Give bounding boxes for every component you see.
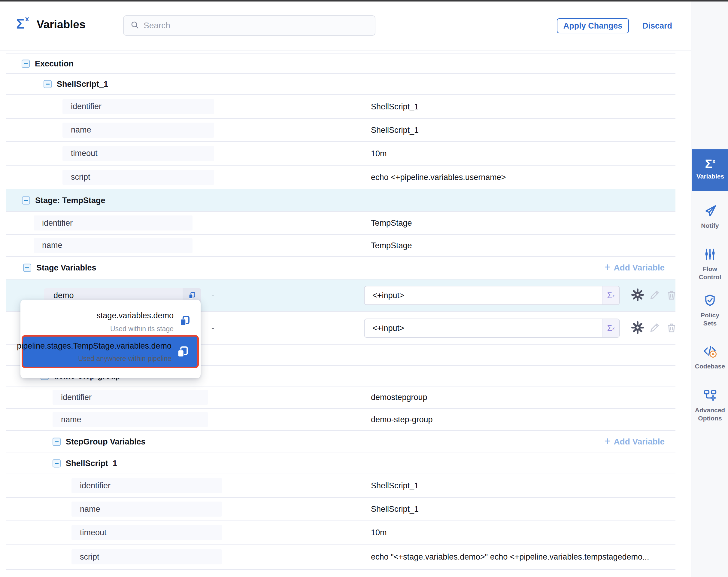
- field-name: script: [62, 170, 214, 185]
- sidebar-item-notify[interactable]: Notify: [692, 203, 728, 230]
- row-field-name: name demo-step-group: [6, 409, 675, 431]
- sidebar-item-codebase[interactable]: Codebase: [692, 344, 728, 370]
- row-shellscript1-nested: ShellScript_1: [6, 453, 675, 474]
- variable-scope-text: Used anywhere within pipeline: [78, 355, 172, 363]
- field-name: identifier: [53, 390, 208, 405]
- field-value: 10m: [371, 528, 387, 537]
- section-label: Execution: [35, 59, 74, 69]
- row-stage-tempstage: Stage: TempStage: [6, 189, 675, 212]
- copy-icon: [178, 315, 191, 327]
- row-partial: [6, 570, 675, 577]
- field-value: ShellScript_1: [371, 481, 419, 491]
- row-stage-variables: Stage Variables + Add Variable: [6, 257, 675, 279]
- variable-path-text: pipeline.stages.TempStage.variables.demo: [17, 342, 172, 351]
- field-value: echo "<+stage.variables.demo>" echo <+pi…: [371, 552, 649, 562]
- field-value: TempStage: [371, 219, 412, 228]
- sidebar-item-advanced-options[interactable]: AdvancedOptions: [692, 388, 728, 422]
- plus-icon: +: [604, 436, 610, 447]
- section-label: Stage Variables: [36, 263, 97, 273]
- row-field-name: name TempStage: [6, 235, 675, 257]
- collapse-icon[interactable]: [22, 60, 30, 68]
- search-placeholder: Search: [144, 21, 170, 30]
- collapse-icon[interactable]: [44, 80, 52, 89]
- row-field-script: script echo "<+stage.variables.demo>" ec…: [6, 545, 675, 570]
- section-label: StepGroup Variables: [66, 437, 146, 447]
- search-icon: [130, 20, 139, 31]
- row-field-identifier: identifier demostepgroup: [6, 386, 675, 409]
- right-sidebar: Σx Variables Notify FlowControl PolicySe…: [691, 1, 728, 577]
- field-name: identifier: [62, 99, 214, 114]
- variable-value-input[interactable]: <+input> Σx: [364, 286, 620, 305]
- field-name: identifier: [34, 216, 192, 230]
- variable-scope-text: Used within its stage: [110, 325, 174, 333]
- row-field-timeout: timeout 10m: [6, 521, 675, 545]
- copy-path-button[interactable]: [178, 315, 191, 328]
- panel-header: Σx Variables Search Apply Changes Discar…: [0, 1, 691, 50]
- field-name: name: [34, 238, 192, 253]
- collapse-icon[interactable]: [23, 264, 31, 272]
- expression-toggle-icon[interactable]: Σx: [602, 286, 619, 304]
- pencil-icon: [649, 322, 661, 333]
- copy-path-button[interactable]: [176, 345, 189, 360]
- field-name: script: [72, 549, 222, 565]
- field-name: name: [62, 123, 214, 137]
- variable-delete-button[interactable]: [666, 322, 678, 335]
- field-value: ShellScript_1: [371, 505, 419, 514]
- trash-icon: [666, 289, 678, 301]
- expression-toggle-icon[interactable]: Σx: [602, 319, 619, 337]
- field-name: name: [72, 502, 222, 517]
- paper-plane-icon: [703, 203, 717, 219]
- row-stepgroup-variables: StepGroup Variables + Add Variable: [6, 431, 675, 453]
- sidebar-item-variables[interactable]: Σx Variables: [692, 149, 728, 191]
- variable-path-text: stage.variables.demo: [97, 311, 174, 320]
- page-title: Variables: [37, 18, 85, 31]
- row-field-identifier: identifier ShellScript_1: [6, 95, 675, 119]
- shield-check-icon: [703, 294, 717, 309]
- row-shellscript1: ShellScript_1: [6, 74, 675, 95]
- pencil-icon: [649, 289, 661, 301]
- variable-name: demo: [44, 291, 183, 300]
- copy-icon: [188, 291, 196, 300]
- sidebar-item-flow-control[interactable]: FlowControl: [692, 247, 728, 281]
- variable-settings-button[interactable]: [631, 321, 645, 336]
- collapse-icon[interactable]: [53, 438, 61, 446]
- section-label: Stage: TempStage: [35, 196, 105, 205]
- sidebar-item-policy-sets[interactable]: PolicySets: [692, 294, 728, 327]
- variables-sigma-logo-icon: Σx: [16, 15, 29, 31]
- field-value: demo-step-group: [371, 415, 433, 424]
- add-variable-button[interactable]: + Add Variable: [604, 263, 665, 273]
- field-value: demostepgroup: [371, 393, 427, 402]
- apply-changes-button[interactable]: Apply Changes: [557, 18, 629, 33]
- variable-delete-button[interactable]: [666, 289, 678, 302]
- variable-edit-button[interactable]: [649, 322, 661, 335]
- variables-panel: Σx Variables Search Apply Changes Discar…: [0, 0, 728, 577]
- plus-icon: +: [604, 262, 610, 273]
- section-label: ShellScript_1: [57, 80, 108, 89]
- field-value: ShellScript_1: [371, 125, 419, 135]
- variable-required-dash: -: [211, 291, 214, 300]
- variable-settings-button[interactable]: [631, 288, 645, 303]
- variable-value-input[interactable]: <+input> Σx: [364, 319, 620, 338]
- variable-path-popup: stage.variables.demo Used within its sta…: [20, 300, 201, 378]
- code-warning-icon: [703, 344, 717, 360]
- row-field-name: name ShellScript_1: [6, 498, 675, 521]
- collapse-icon[interactable]: [53, 459, 61, 468]
- add-variable-button[interactable]: + Add Variable: [604, 437, 665, 447]
- row-field-script: script echo <+pipeline.variables.usernam…: [6, 166, 675, 189]
- sliders-icon: [703, 247, 717, 262]
- row-execution: Execution: [6, 54, 675, 74]
- field-name: name: [53, 412, 208, 427]
- flowchart-gear-icon: [703, 388, 717, 404]
- variable-edit-button[interactable]: [649, 289, 661, 302]
- section-label: ShellScript_1: [66, 459, 117, 468]
- popup-item-pipeline-scope-selected[interactable]: pipeline.stages.TempStage.variables.demo…: [22, 335, 199, 368]
- field-value: ShellScript_1: [371, 102, 419, 111]
- popup-item-stage-scope[interactable]: stage.variables.demo Used within its sta…: [20, 300, 201, 336]
- search-input[interactable]: Search: [123, 15, 375, 36]
- field-value: 10m: [371, 149, 387, 158]
- field-value: echo <+pipeline.variables.username>: [371, 173, 506, 182]
- collapse-icon[interactable]: [22, 196, 30, 204]
- discard-button[interactable]: Discard: [643, 21, 672, 31]
- row-field-identifier: identifier TempStage: [6, 212, 675, 235]
- gear-icon: [631, 288, 645, 302]
